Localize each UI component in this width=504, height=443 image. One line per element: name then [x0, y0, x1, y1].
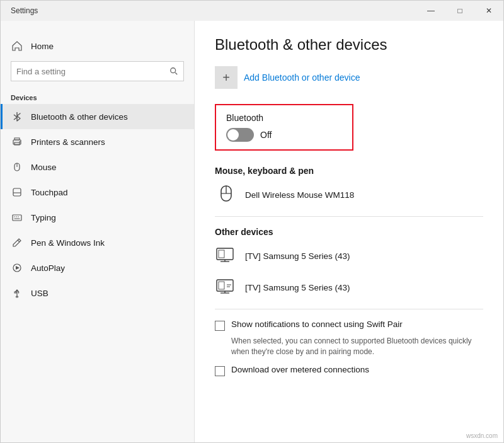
bluetooth-section-label: Bluetooth — [226, 113, 342, 123]
svg-rect-8 — [13, 188, 21, 196]
devices-section-label: Devices — [1, 86, 194, 104]
typing-icon — [11, 211, 23, 224]
search-icon — [169, 67, 178, 76]
add-device-label: Add Bluetooth or other device — [244, 72, 360, 83]
autoplay-icon — [11, 262, 23, 274]
toggle-knob — [227, 129, 239, 141]
swift-pair-description: When selected, you can connect to suppor… — [231, 336, 483, 357]
sidebar-item-home[interactable]: Home — [11, 33, 184, 59]
bluetooth-toggle-row: Off — [226, 128, 342, 142]
title-bar: Settings — □ ✕ — [1, 1, 503, 21]
mouse-device-item: Dell Wireless Mouse WM118 — [215, 183, 483, 206]
svg-rect-32 — [219, 282, 224, 289]
mouse-section-heading: Mouse, keyboard & pen — [215, 166, 483, 176]
sidebar-item-autoplay[interactable]: AutoPlay — [1, 255, 194, 280]
sidebar-header: Home — [1, 21, 194, 86]
home-icon — [11, 40, 23, 52]
pen-icon — [11, 236, 23, 249]
home-label: Home — [31, 42, 54, 51]
add-device-button[interactable]: + Add Bluetooth or other device — [215, 66, 483, 89]
maximize-button[interactable]: □ — [445, 1, 474, 21]
mouse-label: Mouse — [31, 163, 57, 172]
svg-line-15 — [18, 240, 20, 242]
download-metered-label: Download over metered connections — [231, 365, 369, 374]
minimize-button[interactable]: — — [416, 1, 445, 21]
bluetooth-nav-label: Bluetooth & other devices — [31, 112, 128, 122]
close-button[interactable]: ✕ — [474, 1, 503, 21]
bluetooth-toggle-state: Off — [260, 130, 272, 140]
svg-point-5 — [20, 141, 21, 142]
swift-pair-label: Show notifications to connect using Swif… — [231, 319, 403, 329]
svg-rect-3 — [14, 138, 20, 140]
watermark: wsxdn.com — [466, 432, 498, 439]
usb-label: USB — [31, 289, 49, 298]
sidebar-item-mouse[interactable]: Mouse — [1, 154, 194, 180]
bluetooth-icon — [11, 110, 23, 123]
mouse-icon — [11, 161, 23, 173]
bluetooth-toggle[interactable] — [226, 128, 254, 142]
divider-2 — [215, 309, 483, 309]
tv-device-item-2: [TV] Samsung 5 Series (43) — [215, 276, 483, 299]
sidebar-item-touchpad[interactable]: Touchpad — [1, 180, 194, 205]
main-content: Bluetooth & other devices + Add Bluetoot… — [195, 21, 503, 442]
tv-device-name-2: [TV] Samsung 5 Series (43) — [245, 283, 350, 292]
usb-icon — [11, 287, 23, 299]
sidebar-item-bluetooth[interactable]: Bluetooth & other devices — [1, 104, 194, 129]
typing-label: Typing — [31, 213, 56, 222]
pen-label: Pen & Windows Ink — [31, 238, 105, 248]
tv-device-name-1: [TV] Samsung 5 Series (43) — [245, 251, 350, 261]
swift-pair-checkbox[interactable] — [215, 321, 225, 331]
sidebar-item-usb[interactable]: USB — [1, 280, 194, 306]
svg-rect-28 — [219, 250, 224, 258]
tv-icon-2 — [215, 276, 238, 299]
download-metered-row: Download over metered connections — [215, 365, 483, 376]
sidebar-item-typing[interactable]: Typing — [1, 205, 194, 230]
touchpad-label: Touchpad — [31, 188, 68, 197]
svg-rect-27 — [219, 250, 231, 258]
sidebar: Home Devices — [1, 21, 195, 442]
printers-label: Printers & scanners — [31, 137, 105, 147]
svg-rect-10 — [13, 215, 21, 221]
sidebar-item-printers[interactable]: Printers & scanners — [1, 129, 194, 154]
window-title: Settings — [11, 6, 38, 15]
svg-line-1 — [175, 72, 177, 74]
svg-marker-17 — [16, 266, 20, 270]
svg-point-0 — [171, 68, 176, 73]
content-area: Home Devices — [1, 21, 503, 442]
window-controls: — □ ✕ — [416, 1, 503, 21]
svg-rect-18 — [14, 292, 16, 293]
autoplay-label: AutoPlay — [31, 263, 65, 273]
settings-window: Settings — □ ✕ Home — [0, 0, 504, 443]
tv-device-item-1: [TV] Samsung 5 Series (43) — [215, 245, 483, 267]
download-metered-checkbox[interactable] — [215, 366, 225, 376]
mouse-device-name: Dell Wireless Mouse WM118 — [245, 190, 354, 200]
printers-icon — [11, 135, 23, 148]
touchpad-icon — [11, 186, 23, 198]
search-input[interactable] — [16, 67, 169, 76]
divider-1 — [215, 216, 483, 217]
search-box[interactable] — [11, 61, 184, 81]
mouse-device-icon — [215, 183, 238, 206]
other-section-heading: Other devices — [215, 227, 483, 237]
swift-pair-row: Show notifications to connect using Swif… — [215, 319, 483, 331]
page-title: Bluetooth & other devices — [215, 36, 483, 54]
sidebar-item-pen[interactable]: Pen & Windows Ink — [1, 230, 194, 255]
bluetooth-toggle-section: Bluetooth Off — [215, 104, 353, 151]
tv-icon-1 — [215, 245, 238, 267]
add-icon: + — [215, 66, 238, 89]
